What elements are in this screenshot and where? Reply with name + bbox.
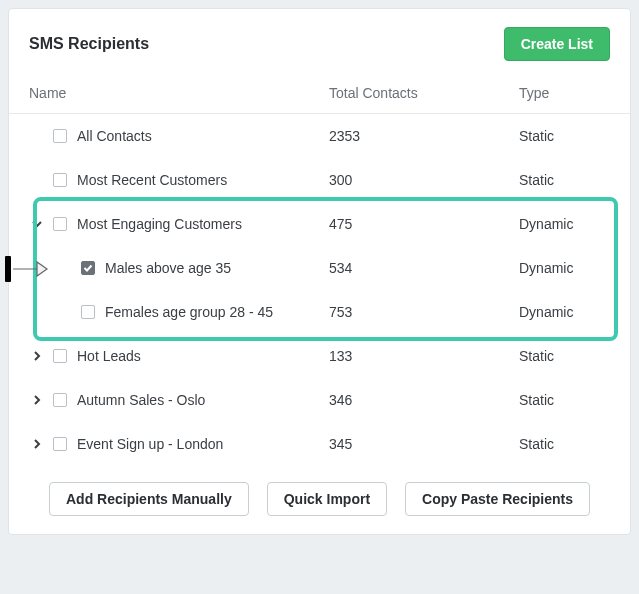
column-header-total: Total Contacts (329, 85, 519, 101)
panel-header: SMS Recipients Create List (9, 9, 630, 75)
table-row[interactable]: Hot Leads133Static (9, 334, 630, 378)
row-name: Most Engaging Customers (77, 216, 242, 232)
row-type: Static (519, 392, 610, 408)
row-type: Static (519, 128, 610, 144)
row-type: Dynamic (519, 260, 610, 276)
row-checkbox[interactable] (81, 305, 95, 319)
column-header-name: Name (29, 85, 329, 101)
row-checkbox[interactable] (81, 261, 95, 275)
row-total: 475 (329, 216, 519, 232)
row-name: Event Sign up - London (77, 436, 223, 452)
row-total: 300 (329, 172, 519, 188)
add-recipients-manually-button[interactable]: Add Recipients Manually (49, 482, 249, 516)
quick-import-button[interactable]: Quick Import (267, 482, 387, 516)
column-header-type: Type (519, 85, 610, 101)
row-name: All Contacts (77, 128, 152, 144)
row-name: Hot Leads (77, 348, 141, 364)
chevron-right-icon[interactable] (29, 395, 45, 405)
row-checkbox[interactable] (53, 437, 67, 451)
row-checkbox[interactable] (53, 349, 67, 363)
row-name: Autumn Sales - Oslo (77, 392, 205, 408)
row-total: 753 (329, 304, 519, 320)
create-list-button[interactable]: Create List (504, 27, 610, 61)
table-row[interactable]: Autumn Sales - Oslo346Static (9, 378, 630, 422)
table-row[interactable]: Females age group 28 - 45753Dynamic (9, 290, 630, 334)
table-row[interactable]: Males above age 35534Dynamic (9, 246, 630, 290)
row-type: Dynamic (519, 304, 610, 320)
row-total: 2353 (329, 128, 519, 144)
row-checkbox[interactable] (53, 217, 67, 231)
copy-paste-recipients-button[interactable]: Copy Paste Recipients (405, 482, 590, 516)
footer-actions: Add Recipients Manually Quick Import Cop… (9, 466, 630, 516)
row-name: Most Recent Customers (77, 172, 227, 188)
row-checkbox[interactable] (53, 393, 67, 407)
chevron-down-icon[interactable] (29, 219, 45, 229)
chevron-right-icon[interactable] (29, 439, 45, 449)
row-type: Static (519, 348, 610, 364)
row-name: Females age group 28 - 45 (105, 304, 273, 320)
table-header-row: Name Total Contacts Type (9, 75, 630, 114)
table-body: All Contacts2353Static Most Recent Custo… (9, 114, 630, 466)
row-total: 534 (329, 260, 519, 276)
row-type: Static (519, 172, 610, 188)
row-total: 133 (329, 348, 519, 364)
row-total: 345 (329, 436, 519, 452)
row-total: 346 (329, 392, 519, 408)
table-row[interactable]: Most Recent Customers300Static (9, 158, 630, 202)
chevron-right-icon[interactable] (29, 351, 45, 361)
table-row[interactable]: All Contacts2353Static (9, 114, 630, 158)
row-type: Static (519, 436, 610, 452)
row-type: Dynamic (519, 216, 610, 232)
row-checkbox[interactable] (53, 129, 67, 143)
table-row[interactable]: Event Sign up - London345Static (9, 422, 630, 466)
table-row[interactable]: Most Engaging Customers475Dynamic (9, 202, 630, 246)
sms-recipients-panel: SMS Recipients Create List Name Total Co… (8, 8, 631, 535)
row-checkbox[interactable] (53, 173, 67, 187)
row-name: Males above age 35 (105, 260, 231, 276)
panel-title: SMS Recipients (29, 35, 149, 53)
